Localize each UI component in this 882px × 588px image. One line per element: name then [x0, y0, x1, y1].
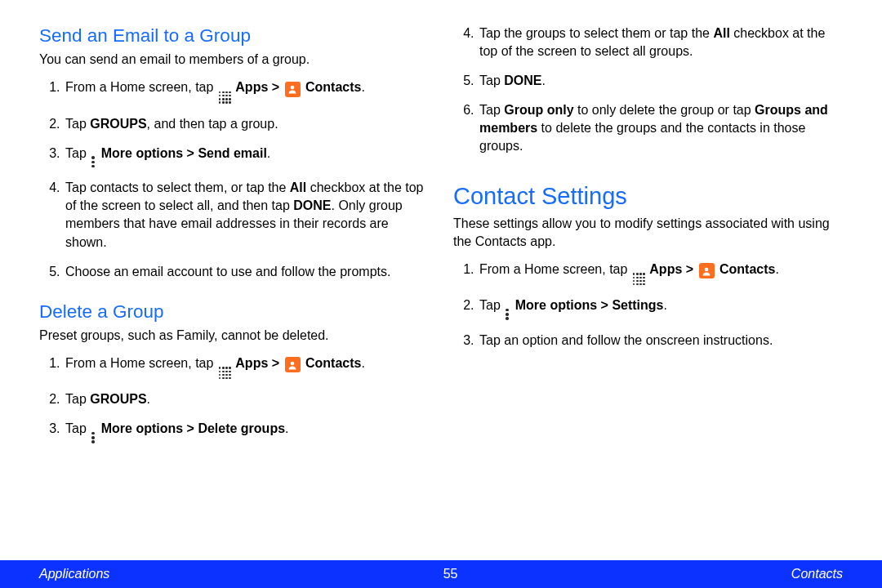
left-column: Send an Email to a Group You can send an…: [39, 24, 429, 559]
svg-point-2: [705, 268, 709, 272]
footer-left: Applications: [39, 567, 109, 581]
text: Tap an option and follow the onscreen in…: [479, 333, 773, 347]
svg-point-0: [291, 86, 295, 90]
text: .: [664, 298, 667, 312]
bold: DONE: [293, 198, 331, 212]
list-item: Tap contacts to select them, or tap the …: [64, 179, 429, 251]
text: Tap: [65, 117, 90, 131]
list-item: Tap an option and follow the onscreen in…: [478, 332, 843, 350]
steps-delete-group-cont: Tap the groups to select them or tap the…: [453, 24, 843, 155]
text: Tap: [65, 146, 90, 160]
list-item: Tap the groups to select them or tap the…: [478, 24, 843, 60]
apps-grid-icon: [219, 367, 231, 379]
bold: More options > Delete groups: [101, 421, 285, 435]
list-item: Choose an email account to use and follo…: [64, 263, 429, 281]
bold-contacts: Contacts: [305, 80, 361, 94]
bold: GROUPS: [90, 117, 146, 131]
text: Tap: [479, 298, 504, 312]
list-item: Tap More options > Send email.: [64, 145, 429, 168]
bold-apps: Apps >: [235, 80, 283, 94]
text: .: [361, 356, 364, 370]
text: Tap: [479, 103, 504, 117]
list-item: Tap More options > Delete groups.: [64, 420, 429, 443]
bold-contacts: Contacts: [305, 356, 361, 370]
text: , and then tap a group.: [147, 117, 278, 131]
steps-contact-settings: From a Home screen, tap Apps > Contacts.…: [453, 261, 843, 350]
apps-grid-icon: [633, 273, 645, 285]
bold: GROUPS: [90, 392, 146, 406]
text: to only delete the group or tap: [574, 103, 755, 117]
text: .: [361, 80, 364, 94]
text: Choose an email account to use and follo…: [65, 265, 390, 278]
text: .: [541, 74, 545, 87]
bold: DONE: [504, 74, 541, 87]
contacts-person-icon: [699, 263, 715, 278]
bold: More options > Send email: [101, 146, 267, 160]
text: Tap contacts to select them, or tap the: [65, 180, 290, 194]
text: Tap: [65, 392, 90, 406]
list-item: Tap GROUPS.: [64, 390, 429, 408]
contacts-person-icon: [285, 357, 301, 372]
page: Send an Email to a Group You can send an…: [0, 0, 882, 588]
list-item: Tap DONE.: [478, 72, 843, 90]
apps-grid-icon: [219, 91, 231, 104]
text: .: [267, 146, 270, 160]
heading-send-email: Send an Email to a Group: [39, 24, 429, 47]
columns: Send an Email to a Group You can send an…: [0, 0, 882, 559]
bold-apps: Apps >: [649, 262, 697, 276]
bold-apps: Apps >: [235, 356, 283, 370]
list-item: Tap GROUPS, and then tap a group.: [64, 115, 429, 133]
bold: All: [713, 26, 729, 40]
bold-contacts: Contacts: [719, 262, 775, 276]
text: Tap: [65, 421, 90, 435]
contacts-person-icon: [285, 82, 301, 97]
list-item: From a Home screen, tap Apps > Contacts.: [478, 261, 843, 286]
more-options-icon: [506, 309, 509, 320]
text: Tap the groups to select them or tap the: [479, 26, 713, 40]
text: From a Home screen, tap: [65, 80, 217, 94]
text: Tap: [479, 74, 504, 87]
bold: Group only: [504, 103, 573, 117]
text: .: [285, 421, 288, 435]
intro-send-email: You can send an email to members of a gr…: [39, 51, 429, 69]
more-options-icon: [91, 432, 95, 443]
intro-contact-settings: These settings allow you to modify setti…: [453, 215, 843, 251]
bold: All: [290, 180, 306, 194]
footer-right: Contacts: [791, 567, 843, 581]
right-column: Tap the groups to select them or tap the…: [453, 24, 843, 559]
bold: More options > Settings: [515, 298, 664, 312]
heading-contact-settings: Contact Settings: [453, 181, 843, 211]
list-item: Tap More options > Settings.: [478, 296, 843, 320]
more-options-icon: [91, 156, 95, 167]
text: .: [775, 262, 778, 276]
footer: Applications 55 Contacts: [0, 560, 882, 588]
steps-send-email: From a Home screen, tap Apps > Contacts.…: [39, 78, 429, 280]
intro-delete-group: Preset groups, such as Family, cannot be…: [39, 327, 429, 345]
text: .: [147, 392, 150, 406]
list-item: From a Home screen, tap Apps > Contacts.: [64, 78, 429, 104]
steps-delete-group: From a Home screen, tap Apps > Contacts.…: [39, 354, 429, 443]
text: From a Home screen, tap: [65, 356, 217, 370]
text: From a Home screen, tap: [479, 262, 631, 276]
list-item: Tap Group only to only delete the group …: [478, 101, 843, 155]
list-item: From a Home screen, tap Apps > Contacts.: [64, 354, 429, 380]
heading-delete-group: Delete a Group: [39, 301, 429, 323]
footer-page-number: 55: [443, 567, 458, 581]
svg-point-1: [291, 362, 295, 366]
